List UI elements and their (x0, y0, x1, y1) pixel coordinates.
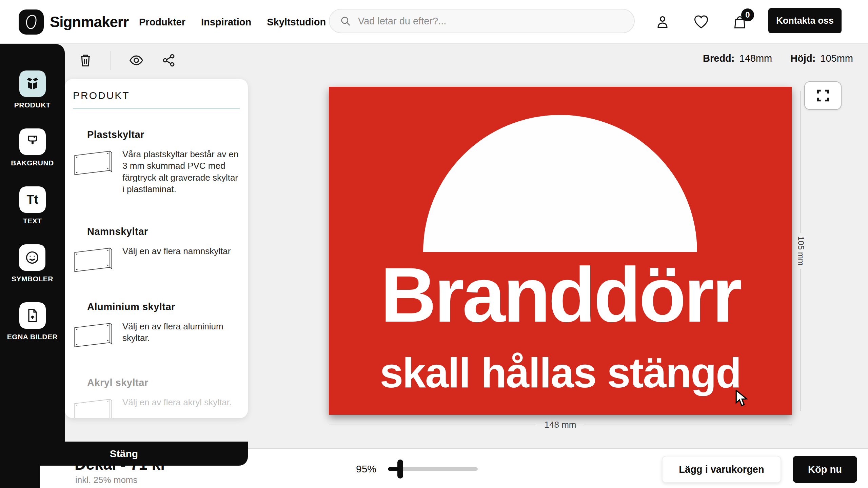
vat-note: inkl. 25% moms (75, 475, 138, 485)
add-to-cart-button[interactable]: Lägg i varukorgen (662, 456, 781, 483)
width-label: Bredd: (703, 53, 734, 64)
nav-produkter[interactable]: Produkter (139, 17, 185, 28)
dimensions-readout: Bredd:148mm Höjd:105mm (703, 53, 853, 64)
logo-mark (19, 9, 44, 35)
sidebar-item-bakgrund[interactable]: BAKGRUND (11, 128, 54, 167)
search-icon (340, 15, 351, 27)
file-upload-icon (19, 302, 46, 329)
height-dimension-label: 105 mm (796, 236, 806, 266)
sign-artboard[interactable]: Branddörr skall hållas stängd (329, 87, 792, 415)
width-dimension-label: 148 mm (545, 420, 576, 430)
mouse-cursor (735, 390, 749, 407)
width-dimension-line: 148 mm (329, 420, 792, 430)
height-dimension-line: 105 mm (794, 91, 808, 411)
buy-now-button[interactable]: Köp nu (793, 456, 857, 483)
text-Tt-icon: Tt (19, 186, 46, 213)
main-nav: Produkter Inspiration Skyltstudion (139, 0, 326, 44)
preview-eye-icon[interactable] (129, 53, 144, 68)
sidebar-item-egna-bilder[interactable]: EGNA BILDER (7, 302, 58, 341)
product-panel: PRODUKT Plastskyltar Våra plastskyltar b… (65, 79, 248, 418)
brand-name: Signmakerr (50, 14, 129, 30)
dimension-line-segment (329, 425, 536, 425)
edit-toolbar (78, 51, 176, 70)
panel-title: PRODUKT (73, 90, 130, 101)
zoom-slider[interactable] (388, 467, 478, 471)
sign-text-line1[interactable]: Branddörr (329, 256, 792, 333)
search-bar (329, 9, 635, 33)
smiley-icon (19, 244, 45, 271)
close-panel-button[interactable]: Stäng (0, 442, 248, 466)
dimension-line-segment (801, 269, 801, 411)
open-box-icon (19, 70, 46, 97)
sign-plate-thumbnail (73, 148, 115, 195)
search-input[interactable] (358, 16, 624, 27)
sign-plate-thumbnail (73, 396, 115, 418)
contact-button[interactable]: Kontakta oss (768, 8, 842, 33)
fullscreen-button[interactable] (804, 81, 842, 110)
account-icon[interactable] (654, 14, 671, 30)
product-section-aluminium[interactable]: Aluminium skyltar Välj en av flera alumi… (73, 301, 240, 352)
width-value: 148mm (739, 53, 772, 64)
header: Signmakerr Produkter Inspiration Skyltst… (0, 0, 868, 44)
height-value: 105mm (820, 53, 853, 64)
product-section-namnskyltar[interactable]: Namnskyltar Välj en av flera namnskyltar (73, 226, 240, 277)
fullscreen-icon (816, 88, 830, 103)
zoom-percentage: 95% (356, 463, 376, 475)
dimension-line-segment (801, 91, 801, 233)
share-icon[interactable] (161, 53, 176, 68)
sidebar-item-text[interactable]: Tt TEXT (19, 186, 46, 225)
header-icons: 0 (654, 0, 748, 44)
tool-rail: PRODUKT BAKGRUND Tt TEXT (0, 44, 65, 442)
sign-plate-thumbnail (73, 245, 115, 277)
cart-count-badge: 0 (741, 8, 754, 21)
sidebar-item-produkt[interactable]: PRODUKT (14, 70, 51, 109)
dimension-line-segment (584, 425, 792, 425)
sign-text-line2[interactable]: skall hållas stängd (329, 352, 792, 394)
zoom-slider-thumb[interactable] (397, 460, 403, 479)
cart-icon[interactable]: 0 (732, 14, 748, 30)
panel-title-underline (73, 108, 240, 109)
delete-trash-icon[interactable] (78, 53, 93, 68)
nav-skyltstudion[interactable]: Skyltstudion (267, 17, 326, 28)
zoom-control: 95% (356, 449, 478, 488)
pebble-logo-icon (23, 14, 39, 30)
favorites-heart-icon[interactable] (693, 14, 709, 30)
brand-logo[interactable]: Signmakerr (19, 9, 129, 35)
toolbar-divider (111, 51, 111, 70)
height-label: Höjd: (790, 53, 815, 64)
sign-plate-thumbnail (73, 321, 115, 352)
paint-brush-icon (19, 128, 46, 155)
nav-inspiration[interactable]: Inspiration (201, 17, 251, 28)
product-section-akryl[interactable]: Akryl skyltar Välj en av flera akryl sky… (73, 377, 240, 418)
product-section-plastskyltar[interactable]: Plastskyltar Våra plastskyltar består av… (73, 129, 240, 195)
sign-dome-shape (423, 115, 697, 252)
sidebar-item-symboler[interactable]: SYMBOLER (12, 244, 53, 283)
